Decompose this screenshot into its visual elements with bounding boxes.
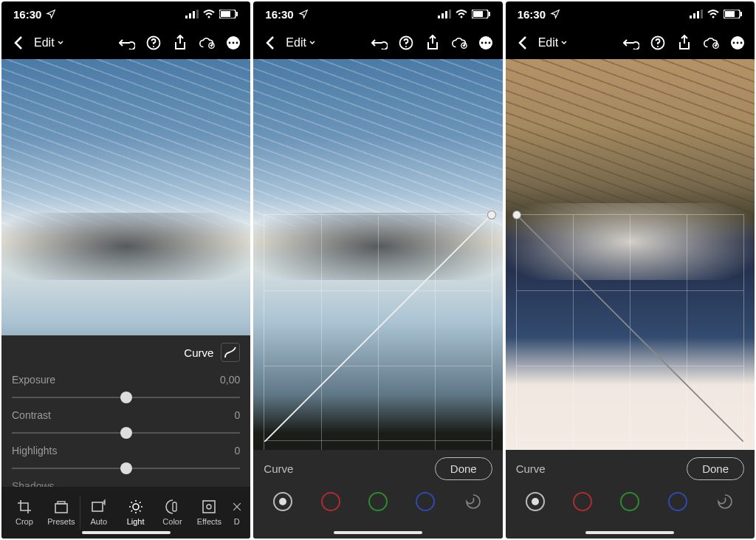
svg-point-4 bbox=[208, 16, 210, 18]
location-icon bbox=[46, 9, 56, 19]
edit-menu[interactable]: Edit bbox=[286, 36, 315, 49]
curve-button[interactable] bbox=[221, 343, 240, 362]
share-icon[interactable] bbox=[172, 35, 188, 51]
svg-rect-46 bbox=[690, 16, 692, 18]
wifi-icon bbox=[203, 10, 215, 18]
svg-point-60 bbox=[740, 42, 743, 44]
channel-green[interactable] bbox=[368, 492, 388, 511]
undo-icon[interactable] bbox=[623, 35, 639, 51]
home-indicator[interactable] bbox=[585, 531, 674, 534]
cloud-add-icon[interactable] bbox=[199, 35, 215, 51]
help-icon[interactable] bbox=[650, 35, 666, 51]
status-bar: 16:30 bbox=[506, 1, 755, 27]
svg-rect-49 bbox=[701, 10, 703, 18]
edit-menu[interactable]: Edit bbox=[34, 36, 63, 49]
cloud-add-icon[interactable] bbox=[703, 35, 719, 51]
undo-icon[interactable] bbox=[119, 35, 135, 51]
svg-rect-28 bbox=[203, 501, 215, 513]
chevron-down-icon bbox=[309, 41, 315, 45]
status-bar: 16:30 bbox=[253, 1, 502, 27]
svg-rect-47 bbox=[693, 13, 695, 18]
svg-rect-31 bbox=[441, 13, 444, 18]
chevron-down-icon bbox=[58, 41, 63, 45]
tab-crop[interactable]: Crop bbox=[6, 499, 43, 526]
tab-light[interactable]: Light bbox=[117, 499, 154, 526]
svg-rect-17 bbox=[92, 502, 103, 511]
channel-green[interactable] bbox=[620, 492, 639, 511]
help-icon[interactable] bbox=[398, 35, 414, 51]
tab-detail[interactable]: D bbox=[227, 499, 246, 526]
channel-red[interactable] bbox=[321, 492, 340, 511]
curve-line[interactable] bbox=[517, 215, 743, 442]
svg-line-24 bbox=[140, 510, 141, 512]
edit-menu[interactable]: Edit bbox=[538, 36, 568, 49]
signal-icon bbox=[690, 10, 703, 18]
done-button[interactable]: Done bbox=[435, 457, 492, 480]
slider-exposure[interactable]: Exposure0,00 bbox=[1, 369, 250, 405]
photo-preview[interactable]: Curve Done bbox=[506, 59, 755, 539]
tab-effects[interactable]: Effects bbox=[190, 499, 227, 526]
photo-preview[interactable]: Curve Done bbox=[253, 59, 502, 539]
tab-presets[interactable]: Presets bbox=[43, 499, 80, 526]
home-indicator[interactable] bbox=[334, 531, 422, 534]
light-icon bbox=[128, 499, 143, 514]
chevron-down-icon bbox=[561, 41, 567, 45]
svg-point-43 bbox=[484, 42, 487, 44]
done-button[interactable]: Done bbox=[687, 457, 744, 480]
svg-point-34 bbox=[460, 16, 462, 18]
more-icon[interactable] bbox=[478, 35, 494, 51]
back-icon[interactable] bbox=[10, 35, 27, 51]
photo-preview[interactable]: Curve Exposure0,00 Contrast0 Highlights0 bbox=[1, 59, 250, 539]
status-time: 16:30 bbox=[265, 8, 293, 21]
curve-footer: Curve Done bbox=[253, 450, 502, 539]
screen-2-curve-normal: 16:30 Edit bbox=[253, 1, 502, 539]
signal-icon bbox=[438, 10, 451, 18]
svg-point-58 bbox=[733, 42, 735, 44]
curve-label: Curve bbox=[184, 346, 213, 359]
status-time: 16:30 bbox=[518, 8, 546, 21]
tab-color[interactable]: Color bbox=[154, 499, 191, 526]
back-icon[interactable] bbox=[262, 35, 278, 51]
channel-blue[interactable] bbox=[668, 492, 687, 511]
battery-icon bbox=[472, 10, 491, 18]
curve-point-shadow[interactable] bbox=[512, 211, 521, 219]
svg-point-59 bbox=[737, 42, 739, 44]
top-toolbar: Edit bbox=[1, 27, 250, 59]
location-icon bbox=[298, 9, 309, 19]
share-icon[interactable] bbox=[425, 35, 441, 51]
channel-parametric-icon[interactable] bbox=[715, 492, 735, 511]
more-icon[interactable] bbox=[225, 35, 241, 51]
channel-luminance[interactable] bbox=[526, 492, 545, 511]
curve-point-highlight[interactable] bbox=[487, 211, 496, 219]
channel-parametric-icon[interactable] bbox=[464, 492, 483, 511]
svg-line-45 bbox=[264, 215, 491, 442]
help-icon[interactable] bbox=[145, 35, 162, 51]
svg-rect-32 bbox=[445, 11, 447, 18]
curve-line[interactable] bbox=[264, 215, 491, 442]
svg-rect-33 bbox=[449, 10, 451, 18]
slider-highlights[interactable]: Highlights0 bbox=[1, 440, 250, 476]
crop-icon bbox=[17, 499, 32, 514]
more-icon[interactable] bbox=[729, 35, 746, 51]
svg-point-12 bbox=[229, 42, 231, 44]
svg-rect-2 bbox=[193, 11, 195, 18]
curve-label: Curve bbox=[264, 462, 293, 475]
tab-auto[interactable]: Auto bbox=[80, 499, 117, 526]
detail-icon bbox=[231, 499, 243, 514]
svg-rect-1 bbox=[189, 13, 191, 18]
channel-red[interactable] bbox=[573, 492, 592, 511]
svg-line-26 bbox=[131, 510, 132, 512]
undo-icon[interactable] bbox=[371, 35, 388, 51]
svg-point-9 bbox=[153, 46, 154, 47]
back-icon[interactable] bbox=[515, 35, 531, 51]
channel-luminance[interactable] bbox=[273, 492, 292, 511]
slider-contrast[interactable]: Contrast0 bbox=[1, 405, 250, 440]
cloud-add-icon[interactable] bbox=[451, 35, 467, 51]
status-bar: 16:30 bbox=[1, 1, 250, 27]
channel-blue[interactable] bbox=[416, 492, 435, 511]
svg-line-23 bbox=[131, 502, 132, 504]
share-icon[interactable] bbox=[676, 35, 693, 51]
home-indicator[interactable] bbox=[82, 531, 171, 534]
svg-point-29 bbox=[207, 505, 211, 509]
light-panel: Curve Exposure0,00 Contrast0 Highlights0 bbox=[1, 335, 250, 539]
